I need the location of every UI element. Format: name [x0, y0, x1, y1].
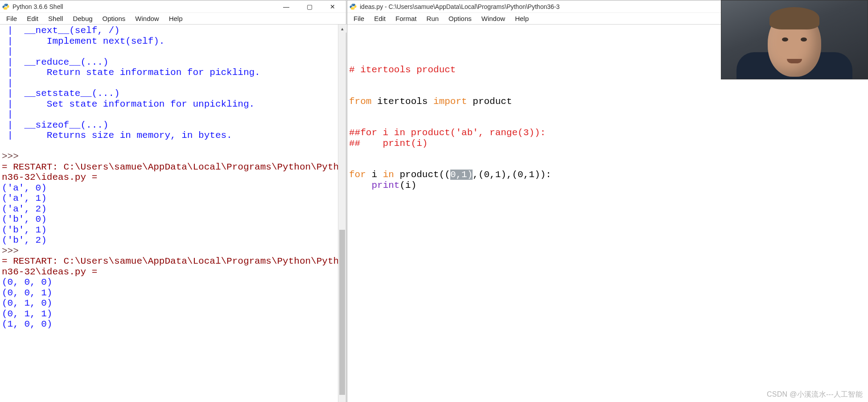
menu-options[interactable]: Options	[444, 14, 476, 23]
restart-line: n36-32\ideas.py =	[2, 172, 97, 182]
webcam-overlay	[721, 0, 868, 79]
shell-title: Python 3.6.6 Shell	[12, 3, 63, 10]
person-mouth	[787, 59, 802, 63]
scroll-up-icon[interactable]: ▴	[338, 25, 346, 33]
keyword-in: in	[383, 170, 394, 180]
output-line: (0, 1, 1)	[2, 309, 52, 319]
output-line: (0, 0, 1)	[2, 288, 52, 298]
comment-line: ## print(i)	[349, 138, 428, 149]
restart-line: = RESTART: C:\Users\samue\AppData\Local\…	[2, 256, 345, 266]
output-line: ('a', 0)	[2, 183, 47, 193]
menu-edit[interactable]: Edit	[370, 14, 390, 23]
menu-format[interactable]: Format	[391, 14, 421, 23]
python-icon	[349, 3, 357, 11]
menu-window[interactable]: Window	[477, 14, 510, 23]
menu-help[interactable]: Help	[510, 14, 533, 23]
comment-line: # itertools product	[349, 65, 456, 75]
output-line: (1, 0, 0)	[2, 319, 52, 329]
shell-scrollbar[interactable]: ▴	[338, 25, 346, 402]
selection: 0,1)	[450, 170, 473, 180]
person-face	[768, 10, 821, 77]
code-text: product((	[394, 170, 450, 180]
prompt: >>>	[2, 246, 24, 256]
menu-file[interactable]: File	[349, 14, 369, 23]
output-line: (0, 1, 0)	[2, 298, 52, 308]
scroll-thumb[interactable]	[339, 230, 345, 395]
close-button[interactable]: ✕	[321, 0, 344, 13]
output-line: (0, 0, 0)	[2, 277, 52, 287]
comment-line: ##for i in product('ab', range(3)):	[349, 128, 546, 138]
menu-window[interactable]: Window	[131, 14, 163, 23]
python-icon	[2, 3, 10, 11]
code-text: ,(0,1),(0,1)):	[473, 170, 551, 180]
menu-file[interactable]: File	[2, 14, 21, 23]
watermark: CSDN @小溪流水---人工智能	[767, 390, 863, 399]
shell-window: Python 3.6.6 Shell ― ▢ ✕ File Edit Shell…	[0, 0, 346, 402]
shell-titlebar[interactable]: Python 3.6.6 Shell ― ▢ ✕	[0, 0, 346, 13]
indent	[349, 180, 371, 191]
keyword-for: for	[349, 170, 366, 180]
output-line: ('b', 1)	[2, 225, 47, 235]
maximize-button[interactable]: ▢	[298, 0, 321, 13]
menu-options[interactable]: Options	[98, 14, 130, 23]
menu-run[interactable]: Run	[422, 14, 444, 23]
menu-help[interactable]: Help	[165, 14, 187, 23]
builtin-print: print	[371, 180, 399, 191]
restart-line: = RESTART: C:\Users\samue\AppData\Local\…	[2, 162, 345, 172]
shell-output[interactable]: | __next__(self, /) | Implement next(sel…	[0, 25, 346, 402]
shell-menubar: File Edit Shell Debug Options Window Hel…	[0, 13, 346, 25]
menu-shell[interactable]: Shell	[44, 14, 67, 23]
menu-debug[interactable]: Debug	[68, 14, 97, 23]
menu-edit[interactable]: Edit	[22, 14, 43, 23]
code-text: itertools	[371, 96, 433, 107]
window-controls: ― ▢ ✕	[275, 0, 344, 13]
output-line: ('a', 1)	[2, 193, 47, 203]
prompt: >>>	[2, 151, 24, 162]
help-text: | __next__(self, /) | Implement next(sel…	[2, 25, 260, 141]
keyword-from: from	[349, 96, 371, 107]
code-text: product	[467, 96, 512, 107]
minimize-button[interactable]: ―	[275, 0, 298, 13]
keyword-import: import	[433, 96, 467, 107]
output-line: ('b', 0)	[2, 214, 47, 224]
restart-line: n36-32\ideas.py =	[2, 267, 97, 277]
code-text: (i)	[399, 180, 416, 191]
person-hair	[769, 7, 819, 29]
editor-code[interactable]: # itertools product from itertools impor…	[347, 25, 868, 402]
code-text: i	[366, 170, 383, 180]
output-line: ('a', 2)	[2, 204, 47, 214]
output-line: ('b', 2)	[2, 235, 47, 245]
editor-title: ideas.py - C:\Users\samue\AppData\Local\…	[360, 3, 559, 10]
